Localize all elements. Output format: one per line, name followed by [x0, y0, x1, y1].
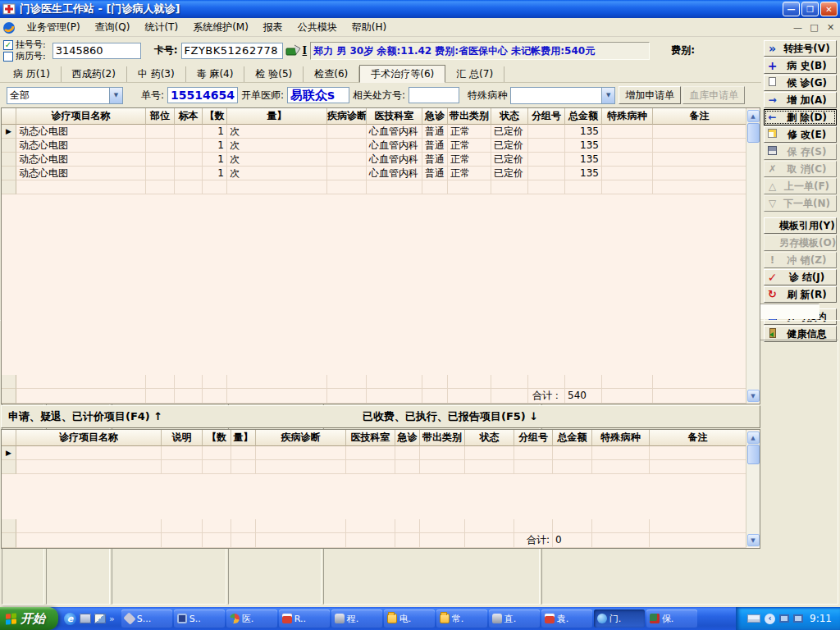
sidebar-button-刷 新(R)[interactable]: ↻刷 新(R)	[764, 286, 837, 303]
taskbar-button-门.[interactable]: 门.	[594, 609, 645, 628]
taskbar-button-S..[interactable]: S..	[174, 609, 225, 628]
table-row[interactable]	[2, 460, 760, 474]
close-button[interactable]: ✕	[820, 2, 838, 16]
menu-item[interactable]: 报表	[256, 18, 290, 37]
restore-button[interactable]: ❐	[801, 2, 819, 16]
sidebar-button-下一单(N)[interactable]: ▽下一单(N)	[764, 195, 837, 212]
table-cell	[528, 153, 565, 167]
category-filter-select[interactable]: 全部 ▼	[7, 87, 123, 104]
overflow-chevron-icon[interactable]: »	[109, 614, 115, 624]
taskbar-button-常.[interactable]: 常.	[436, 609, 487, 628]
sidebar-button-冲 销(Z)[interactable]: !冲 销(Z)	[764, 252, 837, 268]
sidebar-button-保 存(S)[interactable]: 保 存(S)	[764, 144, 837, 160]
doctor-field[interactable]: 易联众s	[287, 87, 349, 103]
taskbar-button-电.[interactable]: 电.	[384, 609, 435, 628]
tab[interactable]: 手术治疗等(6)	[359, 65, 445, 83]
network-icon[interactable]	[779, 614, 789, 623]
table-row[interactable]: ▶	[2, 446, 760, 460]
show-desktop-icon[interactable]	[94, 614, 106, 623]
sidebar-button-病 史(B)[interactable]: +病 史(B)	[764, 57, 837, 74]
sidebar-button-上一单(F)[interactable]: △上一单(F)	[764, 178, 837, 194]
mdi-restore-button[interactable]: □	[807, 21, 821, 34]
scroll-track[interactable]	[747, 122, 760, 390]
doctor-label: 开单医师:	[241, 89, 284, 103]
vertical-scrollbar[interactable]: ▲▼	[746, 109, 760, 403]
sidebar-button-增 加(A)[interactable]: →增 加(A)	[764, 92, 837, 108]
table-cell	[227, 375, 327, 389]
tray-collapse-icon[interactable]: ‹	[765, 614, 775, 624]
tab[interactable]: 检查(6)	[304, 66, 359, 82]
tab[interactable]: 汇 总(7)	[445, 66, 504, 82]
scroll-track[interactable]	[747, 444, 760, 534]
chevron-down-icon[interactable]: ▼	[601, 88, 614, 103]
scroll-up-icon[interactable]: ▲	[747, 110, 760, 122]
column-header: 急诊	[395, 430, 420, 446]
column-header: 总金额	[565, 108, 602, 125]
scroll-thumb[interactable]	[747, 123, 760, 143]
tab[interactable]: 病 历(1)	[2, 66, 62, 82]
scroll-up-icon[interactable]: ▲	[747, 431, 760, 444]
table-row[interactable]: ▶动态心电图1次心血管内科普通正常已定价135	[2, 125, 760, 139]
sidebar-button-另存模板(O)[interactable]: 另存模板(O)	[764, 235, 837, 251]
network-icon[interactable]	[793, 614, 803, 623]
taskbar-button-程.[interactable]: 程.	[331, 609, 382, 628]
vertical-scrollbar[interactable]: ▲▼	[746, 431, 760, 547]
sidebar-button-模板引用(Y)[interactable]: 模板引用(Y)	[764, 217, 837, 234]
table-row[interactable]: 动态心电图1次心血管内科普通正常已定价135	[2, 139, 760, 153]
taskbar-button-label: 保.	[662, 613, 674, 625]
keyboard-layout-icon[interactable]	[747, 614, 760, 623]
case-no-checkbox[interactable]	[3, 52, 13, 62]
taskbar-button-直.[interactable]: 直.	[489, 609, 540, 628]
order-no-field[interactable]: 15514654	[167, 87, 238, 103]
start-button[interactable]: 开始	[0, 607, 58, 630]
sidebar-button-取 消(C)[interactable]: ✗取 消(C)	[764, 161, 837, 177]
menu-item[interactable]: 帮助(H)	[345, 18, 394, 37]
tab[interactable]: 中 药(3)	[127, 66, 186, 82]
window-icon[interactable]	[80, 614, 91, 623]
table-cell	[346, 533, 395, 548]
tab[interactable]: 西成药(2)	[62, 66, 127, 82]
reg-no-checkbox[interactable]: ✓	[3, 40, 13, 50]
sidebar-button-label: 增 加(A)	[779, 94, 834, 107]
table-row[interactable]: 动态心电图1次心血管内科普通正常已定价135	[2, 167, 760, 180]
add-request-button[interactable]: 增加申请单	[619, 86, 681, 104]
scroll-down-icon[interactable]: ▼	[747, 534, 760, 546]
tab[interactable]: 检 验(5)	[244, 66, 304, 82]
table-row[interactable]	[2, 375, 760, 389]
related-rx-field[interactable]	[409, 87, 459, 103]
taskbar-button-袁.[interactable]: 袁.	[541, 609, 592, 628]
card-no-input[interactable]: FZYBK51262778	[181, 43, 283, 59]
chevron-down-icon[interactable]: ▼	[109, 88, 122, 103]
menu-item[interactable]: 统计(T)	[137, 18, 185, 37]
menu-item[interactable]: 业务管理(P)	[20, 18, 88, 37]
read-card-button[interactable]: I	[303, 45, 308, 57]
card-reader-icon[interactable]	[285, 43, 302, 57]
ie-icon[interactable]: e	[64, 613, 76, 625]
menu-item[interactable]: 查询(Q)	[88, 18, 138, 37]
sidebar-button-诊 结(J)[interactable]: ✓诊 结(J)	[764, 269, 837, 285]
tab[interactable]: 毒 麻(4)	[186, 66, 245, 82]
sidebar-button-删 除(D)[interactable]: ←删 除(D)	[764, 109, 837, 126]
sidebar-button-修 改(E)[interactable]: 修 改(E)	[764, 126, 837, 143]
scroll-thumb[interactable]	[747, 445, 760, 464]
taskbar-button-S...[interactable]: S...	[121, 609, 172, 628]
column-header: 总金额	[553, 430, 592, 446]
mdi-minimize-button[interactable]: —	[791, 21, 805, 34]
special-disease-select[interactable]: ▼	[510, 87, 615, 104]
table-row[interactable]	[2, 180, 760, 194]
scroll-down-icon[interactable]: ▼	[747, 390, 760, 402]
menu-item[interactable]: 系统维护(M)	[185, 18, 256, 37]
case-no-input[interactable]: 3145860	[52, 43, 141, 59]
table-cell	[231, 533, 256, 548]
minimize-button[interactable]: —	[783, 2, 800, 16]
taskbar-button-R..[interactable]: R..	[279, 609, 330, 628]
taskbar-button-保.[interactable]: 保.	[646, 609, 697, 628]
menu-item[interactable]: 公共模块	[290, 18, 345, 37]
blood-bank-request-button[interactable]: 血库申请单	[682, 86, 745, 104]
table-row[interactable]	[2, 519, 760, 533]
taskbar-button-医.[interactable]: 医.	[226, 609, 277, 628]
sidebar-button-候 诊(G)[interactable]: 候 诊(G)	[764, 75, 837, 91]
sidebar-button-转挂号(V)[interactable]: »转挂号(V)	[764, 40, 837, 57]
table-row[interactable]: 动态心电图1次心血管内科普通正常已定价135	[2, 153, 760, 167]
mdi-close-button[interactable]: ✕	[824, 21, 838, 34]
